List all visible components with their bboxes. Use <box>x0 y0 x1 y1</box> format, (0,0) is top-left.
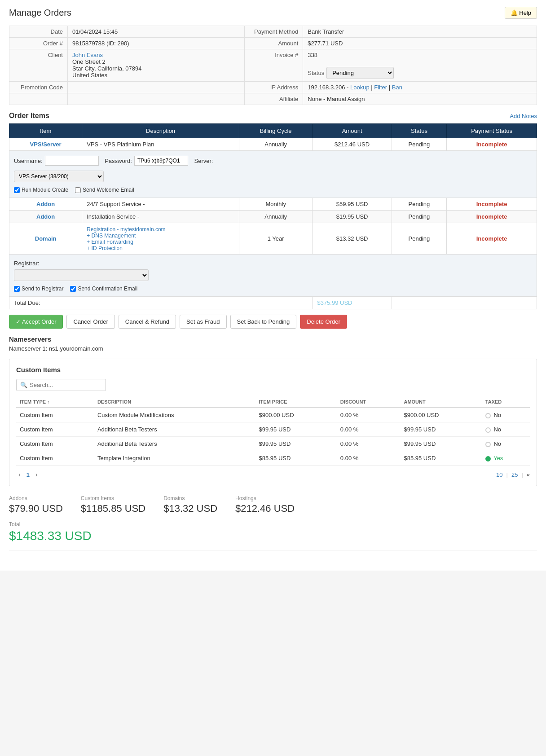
help-button[interactable]: 🔔 Help <box>505 7 537 19</box>
custom-item-price: $85.95 USD <box>255 451 337 466</box>
cancel-refund-button[interactable]: Cancel & Refund <box>119 315 176 329</box>
total-amount: $1483.33 USD <box>9 529 537 543</box>
ip-label: IP Address <box>245 82 303 93</box>
sort-icon[interactable]: ↑ <box>47 400 49 404</box>
item-desc-addon2: Installation Service - <box>82 211 239 223</box>
per-page-all: « <box>527 471 530 478</box>
item-desc-vps: VPS - VPS Platinium Plan <box>82 138 239 151</box>
total-label: Total <box>9 521 537 527</box>
per-page-10[interactable]: 10 <box>496 471 502 478</box>
client-label: Client <box>9 49 68 82</box>
search-icon: 🔍 <box>20 382 27 388</box>
run-module-create-label[interactable]: Run Module Create <box>14 187 68 193</box>
domains-summary: Domains $13.32 USD <box>163 495 217 514</box>
hostings-summary: Hostings $212.46 USD <box>235 495 295 514</box>
custom-item-discount: 0.00 % <box>337 451 401 466</box>
custom-item-taxed: No <box>482 437 530 451</box>
custom-item-discount: 0.00 % <box>337 422 401 437</box>
per-page-options: 10 | 25 | « <box>496 471 530 478</box>
list-item: Custom Item Additional Beta Testers $99.… <box>16 437 530 451</box>
send-confirmation-label[interactable]: Send Confirmation Email <box>70 286 137 292</box>
custom-item-type: Custom Item <box>16 451 94 466</box>
billing-cycle-domain: 1 Year <box>239 223 312 255</box>
payment-status-addon1: Incomplete <box>447 198 537 211</box>
total-row: Total Due: $375.99 USD <box>9 297 537 309</box>
col-amount: AMOUNT <box>400 396 481 408</box>
send-welcome-email-label[interactable]: Send Welcome Email <box>75 187 134 193</box>
prev-page-button[interactable]: ‹ <box>16 470 23 479</box>
date-label: Date <box>9 26 68 38</box>
vps-config-row: Username: Password: Server: <box>9 151 537 198</box>
pagination-controls: ‹ 1 › <box>16 470 40 479</box>
affiliate-label: Affiliate <box>245 93 303 105</box>
status-vps: Pending <box>392 138 446 151</box>
cancel-order-button[interactable]: Cancel Order <box>66 315 114 329</box>
password-input[interactable] <box>134 156 188 166</box>
affiliate-value: None - Manual Assign <box>303 93 537 105</box>
pagination-row: ‹ 1 › 10 | 25 | « <box>16 470 530 479</box>
taxed-radio <box>485 413 491 418</box>
set-fraud-button[interactable]: Set as Fraud <box>180 315 226 329</box>
promo-label: Promotion Code <box>9 82 68 93</box>
registrar-label: Registrar: <box>14 260 39 267</box>
amount-domain: $13.32 USD <box>313 223 392 255</box>
server-select[interactable]: VPS Server (38/200) <box>14 171 104 182</box>
search-wrap[interactable]: 🔍 <box>16 379 106 391</box>
item-type-addon1: Addon <box>9 198 82 211</box>
col-description: Description <box>82 124 239 138</box>
custom-item-desc: Custom Module Modifications <box>94 408 255 422</box>
taxed-yes: Yes <box>485 455 503 462</box>
domains-label: Domains <box>163 495 217 501</box>
send-confirmation-checkbox[interactable] <box>70 286 76 292</box>
add-notes-link[interactable]: Add Notes <box>510 113 537 119</box>
order-number-value: 9815879788 (ID: 290) <box>68 38 245 49</box>
col-item: Item <box>9 124 82 138</box>
run-module-create-checkbox[interactable] <box>14 187 20 193</box>
item-type-domain: Domain <box>9 223 82 255</box>
summary-section: Addons $79.90 USD Custom Items $1185.85 … <box>9 495 537 514</box>
username-input[interactable] <box>45 156 99 166</box>
action-buttons: ✓ Accept Order Cancel Order Cancel & Ref… <box>9 315 537 329</box>
ip-ban-link[interactable]: Ban <box>392 84 402 91</box>
send-welcome-email-checkbox[interactable] <box>75 187 81 193</box>
billing-cycle-vps: Annually <box>239 138 312 151</box>
order-items-table: Item Description Billing Cycle Amount St… <box>9 123 537 309</box>
accept-order-button[interactable]: ✓ Accept Order <box>9 315 63 329</box>
custom-item-price: $900.00 USD <box>255 408 337 422</box>
list-item: Custom Item Additional Beta Testers $99.… <box>16 422 530 437</box>
item-type-addon2: Addon <box>9 211 82 223</box>
status-select[interactable]: Pending Active Fraud Cancelled <box>326 67 394 79</box>
nameservers-title: Nameservers <box>9 335 537 343</box>
send-to-registrar-label[interactable]: Send to Registrar <box>14 286 63 292</box>
search-input[interactable] <box>30 382 102 388</box>
next-page-button[interactable]: › <box>33 470 40 479</box>
custom-item-desc: Template Integration <box>94 451 255 466</box>
amount-addon2: $19.95 USD <box>313 211 392 223</box>
delete-order-button[interactable]: Delete Order <box>300 315 347 329</box>
client-name-link[interactable]: John Evans <box>72 52 103 58</box>
order-number-label: Order # <box>9 38 68 49</box>
addons-summary: Addons $79.90 USD <box>9 495 63 514</box>
item-type-vps: VPS/Server <box>9 138 82 151</box>
taxed-radio <box>485 427 491 433</box>
date-value: 01/04/2024 15:45 <box>68 26 245 38</box>
set-pending-button[interactable]: Set Back to Pending <box>230 315 297 329</box>
server-label: Server: <box>194 158 213 164</box>
custom-item-type: Custom Item <box>16 437 94 451</box>
ip-filter-link[interactable]: Filter <box>374 84 387 91</box>
nameserver-1: Nameserver 1: ns1.yourdomain.com <box>9 345 537 352</box>
custom-item-discount: 0.00 % <box>337 408 401 422</box>
custom-item-taxed: Yes <box>482 451 530 466</box>
custom-item-price: $99.95 USD <box>255 422 337 437</box>
client-country: United States <box>72 72 107 79</box>
custom-item-amount: $85.95 USD <box>400 451 481 466</box>
registrar-select[interactable] <box>14 269 149 281</box>
per-page-25[interactable]: 25 <box>511 471 518 478</box>
col-item-type: ITEM TYPE ↑ <box>16 396 94 408</box>
grand-total-section: Total $1483.33 USD <box>9 521 537 543</box>
ip-lookup-link[interactable]: Lookup <box>350 84 370 91</box>
status-domain: Pending <box>392 223 446 255</box>
send-to-registrar-checkbox[interactable] <box>14 286 20 292</box>
table-row: VPS/Server VPS - VPS Platinium Plan Annu… <box>9 138 537 151</box>
addons-amount: $79.90 USD <box>9 503 63 514</box>
